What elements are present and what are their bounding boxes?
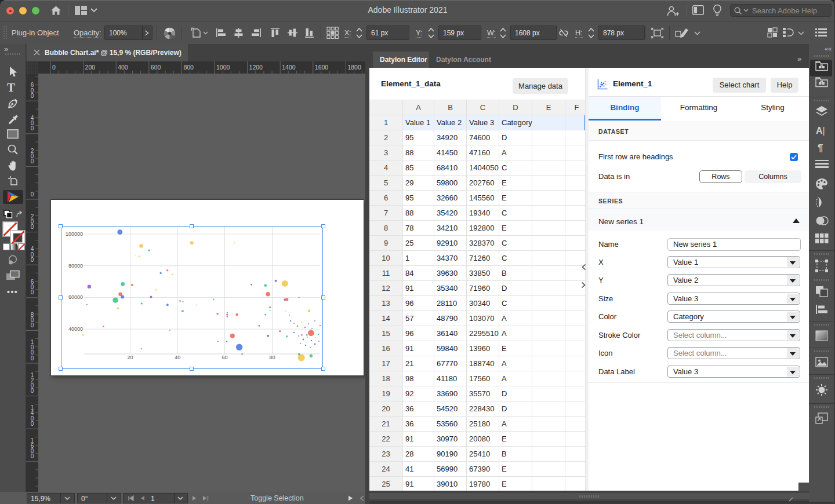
svg-text:0: 0 (31, 191, 34, 198)
svg-text:0: 0 (31, 125, 34, 132)
svg-text:200: 200 (85, 64, 96, 71)
svg-text:600: 600 (151, 64, 161, 71)
svg-text:0: 0 (52, 64, 56, 71)
svg-text:0: 0 (31, 257, 34, 263)
svg-text:1000: 1000 (216, 64, 230, 71)
svg-text:0: 0 (31, 158, 34, 165)
svg-text:1200: 1200 (249, 64, 263, 71)
svg-text:0: 0 (31, 421, 34, 427)
svg-text:0: 0 (31, 289, 34, 295)
svg-text:0: 0 (31, 453, 34, 459)
svg-text:1400: 1400 (282, 64, 296, 71)
svg-text:0: 0 (31, 93, 34, 99)
svg-text:800: 800 (183, 64, 194, 71)
svg-text:0: 0 (31, 224, 34, 230)
svg-text:1600: 1600 (315, 64, 329, 71)
svg-text:0: 0 (31, 355, 34, 361)
svg-text:0: 0 (31, 388, 34, 394)
svg-text:1800: 1800 (347, 64, 361, 71)
svg-text:0: 0 (31, 322, 34, 328)
svg-text:400: 400 (118, 64, 128, 71)
